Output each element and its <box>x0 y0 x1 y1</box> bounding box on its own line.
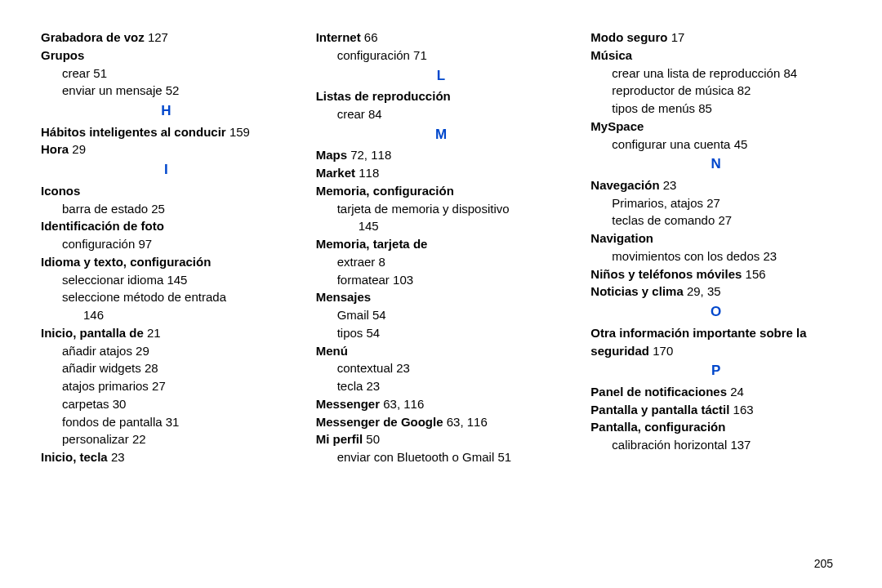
index-columns: Grabadora de voz 127 Grupos crear 51 env… <box>41 29 841 466</box>
entry-messenger-google: Messenger de Google 63, 116 <box>316 413 567 431</box>
sub-label: añadir atajos <box>62 344 132 358</box>
sub-label: seleccione método de entrada <box>62 290 226 304</box>
sub-label: tecla <box>337 379 363 393</box>
page-ref: 23 <box>367 379 381 393</box>
page-ref: 84 <box>783 66 797 80</box>
heading: Market <box>316 166 355 180</box>
page-ref: 72, 118 <box>350 148 391 162</box>
sub-label: movimientos con los dedos <box>612 249 760 263</box>
entry-menu: Menú <box>316 342 567 360</box>
subentry: crear 84 <box>316 105 567 123</box>
page-ref: 8 <box>379 255 385 269</box>
heading: Internet <box>316 30 361 44</box>
page-ref: 23 <box>111 450 125 464</box>
subentry-pg: 145 <box>316 217 567 235</box>
subentry: Primarios, atajos 27 <box>590 194 841 212</box>
entry-navigation: Navigation <box>590 229 841 247</box>
index-column-3: Modo seguro 17 Música crear una lista de… <box>590 29 841 466</box>
page-ref: 22 <box>132 432 146 446</box>
entry-pantalla-cfg: Pantalla, configuración <box>590 418 841 436</box>
heading: Modo seguro <box>590 30 667 44</box>
heading: Identificación de foto <box>41 219 164 233</box>
page-ref: 66 <box>364 30 378 44</box>
page-ref: 84 <box>368 107 382 121</box>
page-ref: 51 <box>497 450 511 464</box>
page-ref: 30 <box>113 397 127 411</box>
heading: Grabadora de voz <box>41 30 145 44</box>
subentry: tipos de menús 85 <box>590 100 841 118</box>
page-ref: 170 <box>653 344 673 358</box>
page-ref: 63, 116 <box>383 397 424 411</box>
index-column-2: Internet 66 configuración 71 L Listas de… <box>316 29 567 466</box>
page-ref: 159 <box>229 125 250 139</box>
subentry: personalizar 22 <box>41 430 292 448</box>
page-ref: 145 <box>167 273 187 287</box>
page-ref: 71 <box>413 48 427 62</box>
page-ref: 54 <box>367 326 381 340</box>
heading: Iconos <box>41 184 80 198</box>
subentry: tarjeta de memoria y dispositivo <box>316 200 567 218</box>
entry-listas: Listas de reproducción <box>316 87 567 105</box>
section-letter-p: P <box>590 361 841 381</box>
entry-ident-foto: Identificación de foto <box>41 217 292 235</box>
entry-ninos: Niños y teléfonos móviles 156 <box>590 265 841 283</box>
page-ref: 23 <box>663 178 677 192</box>
sub-label: configuración <box>62 237 135 251</box>
heading: Otra información importante sobre la seg… <box>590 326 806 358</box>
page-ref: 27 <box>706 196 720 210</box>
entry-market: Market 118 <box>316 164 567 182</box>
sub-label: crear <box>62 66 90 80</box>
page-ref: 146 <box>83 308 104 322</box>
page-ref: 156 <box>746 267 766 281</box>
sub-label: contextual <box>337 361 393 375</box>
heading: MySpace <box>590 119 644 133</box>
subentry: teclas de comando 27 <box>590 212 841 229</box>
sub-label: enviar un mensaje <box>62 83 163 97</box>
heading: Maps <box>316 148 347 162</box>
page-ref: 127 <box>148 30 168 44</box>
heading: Inicio, tecla <box>41 450 108 464</box>
sub-label: seleccionar idioma <box>62 273 163 287</box>
page-ref: 103 <box>393 273 413 287</box>
entry-pantalla-tactil: Pantalla y pantalla táctil 163 <box>590 401 841 419</box>
heading: Pantalla, configuración <box>590 420 725 434</box>
entry-panel-notif: Panel de notificaciones 24 <box>590 383 841 401</box>
entry-habitos: Hábitos inteligentes al conducir 159 <box>41 123 292 141</box>
subentry: atajos primarios 27 <box>41 377 292 395</box>
entry-grabadora: Grabadora de voz 127 <box>41 29 292 47</box>
sub-label: calibración horizontal <box>612 438 727 452</box>
sub-label: atajos primarios <box>62 379 149 393</box>
page-ref: 24 <box>730 385 744 399</box>
section-letter-h: H <box>41 101 292 122</box>
page-number: 205 <box>814 557 833 570</box>
page-ref: 63, 116 <box>447 415 488 429</box>
sub-label: crear una lista de reproducción <box>612 66 780 80</box>
heading: Hora <box>41 142 69 156</box>
heading: Mi perfil <box>316 432 363 446</box>
page-ref: 52 <box>166 83 180 97</box>
heading: Messenger de Google <box>316 415 443 429</box>
entry-memoria-tarjeta: Memoria, tarjeta de <box>316 235 567 253</box>
sub-label: carpetas <box>62 397 109 411</box>
entry-messenger: Messenger 63, 116 <box>316 395 567 413</box>
entry-grupos: Grupos <box>41 47 292 65</box>
entry-idioma: Idioma y texto, configuración <box>41 253 292 271</box>
page-ref: 17 <box>671 30 685 44</box>
page-ref: 145 <box>359 219 379 233</box>
heading: Noticias y clima <box>590 284 683 298</box>
heading: Inicio, pantalla de <box>41 326 144 340</box>
sub-label: tipos de menús <box>612 101 695 115</box>
index-column-1: Grabadora de voz 127 Grupos crear 51 env… <box>41 29 292 466</box>
heading: Menú <box>316 344 348 358</box>
page-ref: 29 <box>72 142 86 156</box>
page-ref: 97 <box>138 237 152 251</box>
entry-myspace: MySpace <box>590 118 841 136</box>
subentry: configuración 97 <box>41 235 292 253</box>
page-ref: 118 <box>359 166 379 180</box>
subentry: configurar una cuenta 45 <box>590 136 841 154</box>
page-ref: 85 <box>698 101 712 115</box>
page-ref: 28 <box>145 361 158 375</box>
sub-label: configurar una cuenta <box>612 137 730 151</box>
heading: Navigation <box>590 231 653 245</box>
entry-musica: Música <box>590 47 841 65</box>
